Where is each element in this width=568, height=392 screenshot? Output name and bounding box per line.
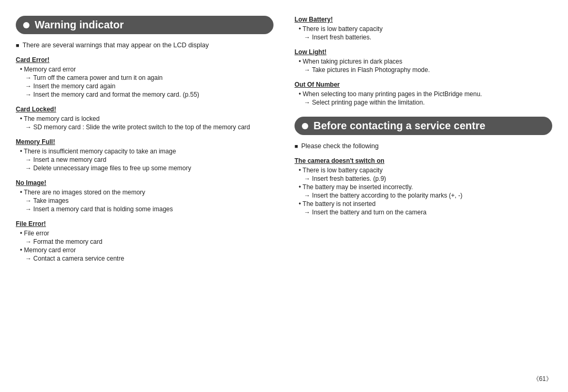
bullet-item: There are no images stored on the memory <box>20 189 273 196</box>
arrow-item: Insert a memory card that is holding som… <box>25 205 273 213</box>
arrow-item: Insert the battery according to the pola… <box>304 192 552 199</box>
right-column: Low Battery!There is low battery capacit… <box>295 11 552 381</box>
arrow-item: Insert the memory card and format the me… <box>25 91 273 98</box>
arrow-item: Insert the battery and turn on the camer… <box>304 209 552 216</box>
arrow-item: Delete unnecessary image files to free u… <box>25 164 273 172</box>
subsection: Low Battery!There is low battery capacit… <box>295 16 552 41</box>
bullet-item: The memory card is locked <box>20 115 273 122</box>
subsection: Low Light!When taking pictures in dark p… <box>295 48 552 74</box>
left-sections: Card Error!Memory card errorTurn off the… <box>16 56 273 262</box>
arrow-item: Format the memory card <box>25 238 273 245</box>
header-bullet <box>23 22 29 28</box>
bullet-item: The battery is not inserted <box>299 200 552 208</box>
warning-intro: There are several warnings that may appe… <box>16 42 273 49</box>
bullet-item: There is low battery capacity <box>299 167 552 174</box>
page-number: 《61》 <box>533 375 552 384</box>
bullet-item: Memory card error <box>20 246 273 254</box>
subsection: No Image!There are no images stored on t… <box>16 179 273 213</box>
arrow-item: Insert a new memory card <box>25 156 273 163</box>
subsection: Card Locked!The memory card is lockedSD … <box>16 106 273 131</box>
page: Warning indicator There are several warn… <box>0 0 568 392</box>
subsection: File Error!File errorFormat the memory c… <box>16 220 273 262</box>
right-bottom: Before contacting a service centre Pleas… <box>295 117 552 216</box>
service-centre-intro: Please check the following <box>295 142 552 150</box>
subsection-title: Low Battery! <box>295 16 552 23</box>
subsection-title: No Image! <box>16 179 273 187</box>
subsection: Memory Full!There is insufficient memory… <box>16 138 273 172</box>
bullet-item: File error <box>20 230 273 237</box>
subsection: Out Of NumberWhen selecting too many pri… <box>295 81 552 106</box>
left-column: Warning indicator There are several warn… <box>16 11 273 381</box>
arrow-item: Insert fresh batteries. <box>304 34 552 41</box>
subsection-title: Memory Full! <box>16 138 273 146</box>
subsection: The camera doesn't switch onThere is low… <box>295 157 552 216</box>
bullet-item: When selecting too many printing pages i… <box>299 90 552 98</box>
subsection: Card Error!Memory card errorTurn off the… <box>16 56 273 98</box>
service-centre-header: Before contacting a service centre <box>295 117 552 135</box>
bullet-item: There is insufficient memory capacity to… <box>20 148 273 155</box>
right-top-sections: Low Battery!There is low battery capacit… <box>295 16 552 106</box>
service-centre-title: Before contacting a service centre <box>313 120 485 132</box>
subsection-title: Out Of Number <box>295 81 552 88</box>
arrow-item: Take pictures in Flash Photography mode. <box>304 66 552 74</box>
arrow-item: SD memory card : Slide the write protect… <box>25 123 273 131</box>
right-bottom-sections: The camera doesn't switch onThere is low… <box>295 157 552 216</box>
arrow-item: Select printing page within the limitati… <box>304 99 552 106</box>
arrow-item: Take images <box>25 197 273 204</box>
arrow-item: Insert fresh batteries. (p.9) <box>304 175 552 182</box>
warning-indicator-title: Warning indicator <box>35 19 124 31</box>
bullet-item: There is low battery capacity <box>299 25 552 33</box>
bullet-item: The battery may be inserted incorrectly. <box>299 183 552 191</box>
arrow-item: Turn off the camera power and turn it on… <box>25 74 273 81</box>
subsection-title: Card Locked! <box>16 106 273 113</box>
arrow-item: Contact a camera service centre <box>25 255 273 262</box>
header-bullet-2 <box>302 123 308 129</box>
subsection-title: Card Error! <box>16 56 273 64</box>
subsection-title: The camera doesn't switch on <box>295 157 552 164</box>
arrow-item: Insert the memory card again <box>25 82 273 90</box>
subsection-title: Low Light! <box>295 48 552 56</box>
bullet-item: Memory card error <box>20 66 273 73</box>
subsection-title: File Error! <box>16 220 273 228</box>
right-top: Low Battery!There is low battery capacit… <box>295 16 552 106</box>
bullet-item: When taking pictures in dark places <box>299 58 552 65</box>
warning-indicator-header: Warning indicator <box>16 16 273 34</box>
